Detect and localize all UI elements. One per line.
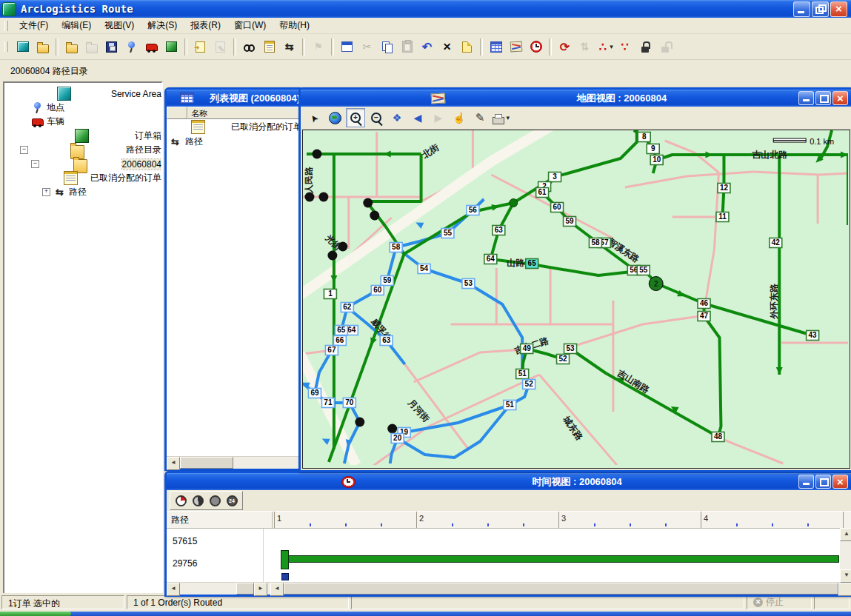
time-right-hscroll-thumb[interactable] bbox=[284, 583, 838, 595]
hour-view-button[interactable] bbox=[207, 493, 222, 508]
map-marker-49[interactable]: 49 bbox=[521, 344, 533, 354]
time-view-button[interactable] bbox=[527, 38, 545, 56]
map-marker-3[interactable]: 3 bbox=[549, 173, 561, 182]
orders-list-button[interactable] bbox=[260, 38, 278, 56]
orders-button[interactable] bbox=[162, 38, 181, 56]
map-marker-53[interactable]: 53 bbox=[564, 344, 577, 354]
scroll-left-icon[interactable]: ◄ bbox=[167, 583, 180, 596]
map-marker-63[interactable]: 63 bbox=[380, 336, 393, 346]
time-close-button[interactable] bbox=[832, 475, 848, 489]
menu-item-6[interactable]: 帮助(H) bbox=[273, 18, 316, 33]
save-button[interactable] bbox=[102, 38, 121, 56]
map-marker-69[interactable]: 69 bbox=[308, 389, 321, 398]
time-window-marker[interactable] bbox=[281, 573, 289, 580]
tree-item-route-folders[interactable]: −路径目录 bbox=[4, 143, 161, 157]
tree-item-service-area[interactable]: Service Area bbox=[4, 87, 161, 101]
menu-grip[interactable] bbox=[4, 21, 8, 31]
toolbar-grip[interactable] bbox=[4, 41, 8, 52]
time-vscrollbar[interactable]: ▲ ▼ bbox=[840, 528, 851, 583]
map-marker-65[interactable]: 65 bbox=[335, 326, 347, 335]
quarter-hour-view-button[interactable] bbox=[173, 493, 188, 508]
time-maximize-button[interactable] bbox=[815, 475, 831, 489]
map-marker-42[interactable]: 42 bbox=[770, 238, 782, 248]
vehicles-button[interactable] bbox=[142, 38, 161, 56]
list-view-button[interactable] bbox=[487, 38, 505, 56]
map-marker-51[interactable]: 51 bbox=[516, 369, 529, 379]
map-canvas[interactable]: 北街人民路光街山路智溪东路吉山北路外环东路吉山二路吉山南路城东路月河街威孚街89… bbox=[302, 130, 850, 469]
map-marker-61[interactable]: 61 bbox=[536, 188, 549, 198]
start-button-edge[interactable] bbox=[0, 612, 71, 616]
tree-item-routes[interactable]: +路径 bbox=[4, 185, 161, 199]
zoom-in-tool-button[interactable] bbox=[346, 108, 365, 127]
tree-item-unassigned-orders[interactable]: 已取消分配的订单 bbox=[4, 171, 161, 185]
scroll-up-icon[interactable]: ▲ bbox=[840, 528, 851, 541]
stop-button[interactable]: ✕ 停止 bbox=[747, 595, 812, 609]
map-marker-64[interactable]: 64 bbox=[484, 255, 497, 264]
tree-item-folder-20060804[interactable]: −20060804 bbox=[4, 157, 161, 171]
minimize-button[interactable] bbox=[793, 1, 810, 17]
paste-special-button[interactable] bbox=[458, 38, 476, 56]
menu-item-4[interactable]: 报表(R) bbox=[184, 18, 227, 33]
pan-tool-button[interactable] bbox=[450, 108, 469, 127]
map-marker-8[interactable]: 8 bbox=[638, 133, 650, 142]
map-marker-60[interactable]: 60 bbox=[371, 286, 384, 295]
menu-item-3[interactable]: 解决(S) bbox=[141, 18, 184, 33]
undo-button[interactable] bbox=[418, 38, 436, 56]
gantt-area[interactable] bbox=[264, 529, 851, 582]
map-marker-58[interactable]: 58 bbox=[589, 238, 601, 248]
map-marker-46[interactable]: 46 bbox=[698, 299, 710, 309]
map-marker-70[interactable]: 70 bbox=[343, 398, 356, 408]
map-marker-52[interactable]: 52 bbox=[523, 380, 535, 389]
stop-dot[interactable] bbox=[355, 418, 364, 427]
stop-dot[interactable] bbox=[318, 192, 328, 202]
menu-item-1[interactable]: 编辑(E) bbox=[55, 18, 98, 33]
map-marker-63[interactable]: 63 bbox=[493, 226, 505, 235]
time-ruler[interactable]: 1234 bbox=[273, 512, 851, 528]
map-marker-58[interactable]: 58 bbox=[390, 243, 402, 252]
map-marker-51[interactable]: 51 bbox=[504, 401, 516, 410]
list-header-blank[interactable] bbox=[167, 107, 187, 119]
menu-item-5[interactable]: 窗口(W) bbox=[227, 18, 273, 33]
half-hour-view-button[interactable] bbox=[190, 493, 205, 508]
map-marker-67[interactable]: 67 bbox=[325, 346, 338, 355]
map-marker-66[interactable]: 66 bbox=[333, 336, 346, 346]
new-route-folder-button[interactable] bbox=[13, 38, 32, 56]
list-row-unassigned-orders[interactable]: 已取消分配的订单 bbox=[167, 119, 302, 134]
map-marker-9[interactable]: 9 bbox=[647, 144, 659, 154]
properties-button[interactable] bbox=[338, 38, 356, 56]
map-marker-43[interactable]: 43 bbox=[807, 331, 819, 341]
tree-item-order-box[interactable]: 订单箱 bbox=[4, 129, 161, 143]
open-button[interactable] bbox=[33, 38, 52, 56]
draw-tool-button[interactable] bbox=[470, 108, 490, 127]
collapse-icon[interactable]: − bbox=[31, 160, 39, 168]
map-marker-54[interactable]: 54 bbox=[418, 264, 430, 274]
time-left-hscroll-thumb[interactable] bbox=[236, 583, 254, 595]
map-marker-52[interactable]: 52 bbox=[557, 355, 570, 364]
previous-extent-tool-button[interactable] bbox=[408, 108, 427, 127]
print-tool-button[interactable]: ▾ bbox=[491, 108, 510, 127]
assign-orders-button[interactable] bbox=[191, 38, 210, 56]
time-view-titlebar[interactable]: 时间视图 : 20060804 bbox=[167, 473, 851, 490]
zoom-out-tool-button[interactable] bbox=[367, 108, 386, 127]
find-button[interactable] bbox=[240, 38, 258, 56]
map-marker-55[interactable]: 55 bbox=[637, 266, 650, 275]
route-row-label-29756[interactable]: 29756 bbox=[173, 558, 197, 569]
routes-button[interactable] bbox=[280, 38, 298, 56]
map-view-titlebar[interactable]: 地图视图 : 20060804 bbox=[301, 90, 851, 107]
dropdown-arrow-icon[interactable]: ▾ bbox=[610, 43, 613, 50]
map-marker-47[interactable]: 47 bbox=[698, 312, 710, 321]
delete-button[interactable] bbox=[438, 38, 456, 56]
collapse-icon[interactable]: − bbox=[20, 146, 28, 154]
map-minimize-button[interactable] bbox=[798, 91, 814, 105]
expand-icon[interactable]: + bbox=[42, 188, 50, 196]
map-view-button[interactable] bbox=[507, 38, 525, 56]
tree-item-locations[interactable]: 地点 bbox=[4, 101, 161, 115]
time-column-header[interactable]: 路径 bbox=[167, 512, 273, 528]
restore-button[interactable] bbox=[812, 1, 829, 17]
list-hscrollbar[interactable]: ◄ bbox=[167, 456, 302, 469]
menu-item-2[interactable]: 视图(V) bbox=[98, 18, 141, 33]
map-maximize-button[interactable] bbox=[815, 91, 831, 105]
map-marker-10[interactable]: 10 bbox=[650, 155, 663, 165]
map-close-button[interactable] bbox=[832, 91, 848, 105]
map-marker-11[interactable]: 11 bbox=[716, 212, 729, 222]
